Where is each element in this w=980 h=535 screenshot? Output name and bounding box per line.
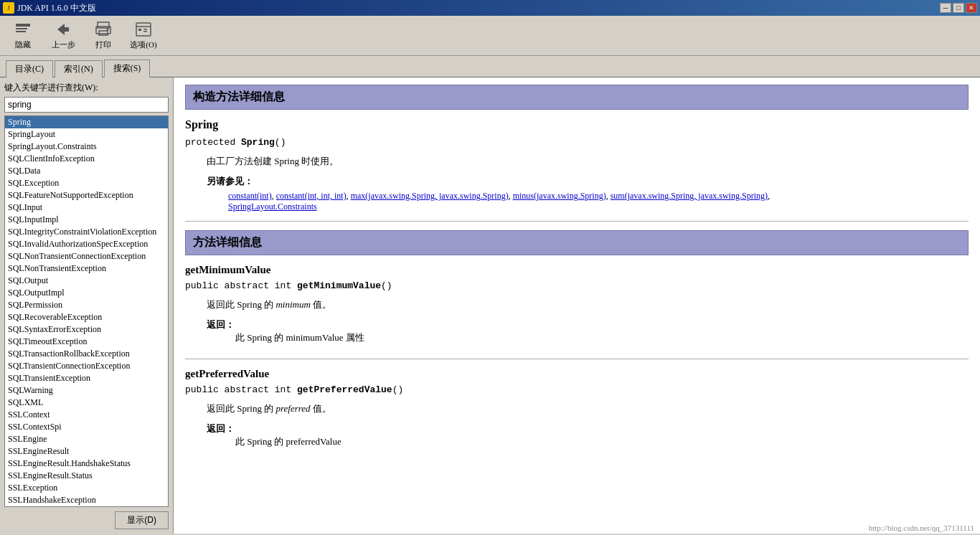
print-button[interactable]: 打印 [86,19,121,53]
list-item[interactable]: SpringLayout.Constraints [5,141,168,153]
minimize-button[interactable]: ─ [940,3,951,13]
list-item[interactable]: SQLInput [5,202,168,214]
svg-point-7 [107,29,109,31]
print-icon [95,21,112,38]
see-also-links: constant(int), constant(int, int, int), … [228,191,969,212]
list-item[interactable]: SQLTimeoutException [5,336,168,348]
list-item[interactable]: SQLOutput [5,275,168,287]
tab-index[interactable]: 索引(N) [55,60,103,77]
options-button[interactable]: 选项(O) [126,19,161,53]
list-item[interactable]: SQLException [5,177,168,189]
link-constant-int3[interactable]: constant(int, int, int) [276,191,347,201]
method2-signature: public abstract int getPreferredValue() [185,384,969,395]
method-section-header: 方法详细信息 [185,230,969,255]
method-getPreferredValue: getPreferredValue public abstract int ge… [185,368,969,448]
method1-return-label: 返回： [207,318,969,331]
method-divider-1 [185,359,969,359]
back-button[interactable]: 上一步 [46,19,80,53]
hide-label: 隐藏 [15,39,31,50]
method2-return-desc: 此 Spring 的 preferredValue [235,435,969,448]
title-controls: ─ □ ✕ [940,3,977,13]
search-input[interactable] [4,97,169,113]
options-label: 选项(O) [130,39,156,50]
list-container[interactable]: SpringSpringLayoutSpringLayout.Constrain… [4,115,169,507]
list-item[interactable]: SQLNonTransientConnectionException [5,250,168,262]
list-item[interactable]: SQLOutputImpl [5,287,168,299]
list-item[interactable]: SQLTransactionRollbackException [5,348,168,360]
list-item[interactable]: SQLNonTransientException [5,262,168,275]
link-constant-int[interactable]: constant(int) [228,191,272,201]
list-item[interactable]: SQLXML [5,397,168,409]
svg-rect-4 [98,22,109,28]
list-item[interactable]: SQLWarning [5,384,168,397]
list-item[interactable]: SQLInvalidAuthorizationSpecException [5,238,168,250]
constructor-section-header: 构造方法详细信息 [185,85,969,110]
title-bar: J JDK API 1.6.0 中文版 ─ □ ✕ [0,0,980,16]
list-item[interactable]: SSLEngineResult.HandshakeStatus [5,458,168,470]
list-item[interactable]: SSLException [5,482,168,494]
list-item[interactable]: SSLEngineResult.Status [5,470,168,482]
list-item[interactable]: SQLTransientException [5,372,168,384]
title-bar-left: J JDK API 1.6.0 中文版 [3,2,96,14]
title-text: JDK API 1.6.0 中文版 [17,2,96,14]
svg-rect-6 [99,31,108,35]
show-button[interactable]: 显示(D) [115,511,169,529]
app-icon: J [3,2,14,14]
list-item[interactable]: SQLRecoverableException [5,311,168,323]
print-label: 打印 [95,39,111,50]
main-layout: 键入关键字进行查找(W): SpringSpringLayoutSpringLa… [0,77,980,534]
left-panel: 键入关键字进行查找(W): SpringSpringLayoutSpringLa… [0,77,174,534]
method1-signature: public abstract int getMinimumValue() [185,280,969,291]
list-item[interactable]: SQLIntegrityConstraintViolationException [5,226,168,238]
constructor-params: () [275,137,286,148]
nav-tabs: 目录(C) 索引(N) 搜索(S) [0,56,980,77]
list-item[interactable]: SSLKeyException [5,506,168,507]
toolbar: 隐藏 上一步 打印 [0,16,980,56]
method2-description: 返回此 Spring 的 preferred 值。 [207,402,969,415]
tab-search[interactable]: 搜索(S) [104,60,151,77]
list-item[interactable]: SSLEngineResult [5,445,168,458]
tab-contents[interactable]: 目录(C) [6,60,53,77]
method1-return-desc: 此 Spring 的 minimumValue 属性 [235,331,969,344]
link-max[interactable]: max(javax.swing.Spring, javax.swing.Spri… [351,191,509,201]
right-panel: 构造方法详细信息 Spring protected Spring() 由工厂方法… [174,77,980,534]
list-item[interactable]: SQLInputImpl [5,214,168,226]
watermark: http://blog.csdn.net/qq_37131111 [869,524,974,532]
list-item[interactable]: SQLSyntaxErrorException [5,323,168,336]
list-item[interactable]: SSLHandshakeException [5,494,168,506]
link-minus[interactable]: minus(javax.swing.Spring) [513,191,606,201]
list-item[interactable]: SQLTransientConnectionException [5,360,168,372]
hide-icon [14,21,32,38]
method2-heading: getPreferredValue [185,368,969,380]
method2-return-label: 返回： [207,422,969,435]
list-item[interactable]: SQLClientInfoException [5,153,168,165]
svg-marker-3 [57,24,69,35]
maximize-button[interactable]: □ [953,3,964,13]
list-item[interactable]: SSLContextSpi [5,421,168,433]
list-item[interactable]: SpringLayout [5,128,168,141]
see-also-label: 另请参见： [207,175,969,188]
list-item[interactable]: Spring [5,116,168,128]
constructor-modifier: protected [185,137,241,148]
link-sum[interactable]: sum(javax.swing.Spring, javax.swing.Spri… [611,191,768,201]
method1-heading: getMinimumValue [185,264,969,276]
list-item[interactable]: SSLEngine [5,433,168,445]
list-item[interactable]: SQLFeatureNotSupportedException [5,189,168,202]
svg-rect-12 [143,31,147,32]
list-item[interactable]: SQLData [5,165,168,177]
back-label: 上一步 [52,39,75,50]
show-btn-container: 显示(D) [4,511,169,529]
method1-description: 返回此 Spring 的 minimum 值。 [207,298,969,311]
close-button[interactable]: ✕ [966,3,977,13]
method1-return-block: 返回： 此 Spring 的 minimumValue 属性 [207,318,969,344]
spring-class-name: Spring [185,118,969,131]
svg-rect-0 [16,24,30,27]
options-icon [135,21,152,38]
section-divider [185,221,969,222]
constructor-signature: protected Spring() [185,137,969,148]
list-item[interactable]: SSLContext [5,409,168,421]
link-springlayout[interactable]: SpringLayout.Constraints [228,202,317,212]
hide-button[interactable]: 隐藏 [6,19,40,53]
list-item[interactable]: SQLPermission [5,299,168,311]
svg-rect-10 [138,29,141,31]
